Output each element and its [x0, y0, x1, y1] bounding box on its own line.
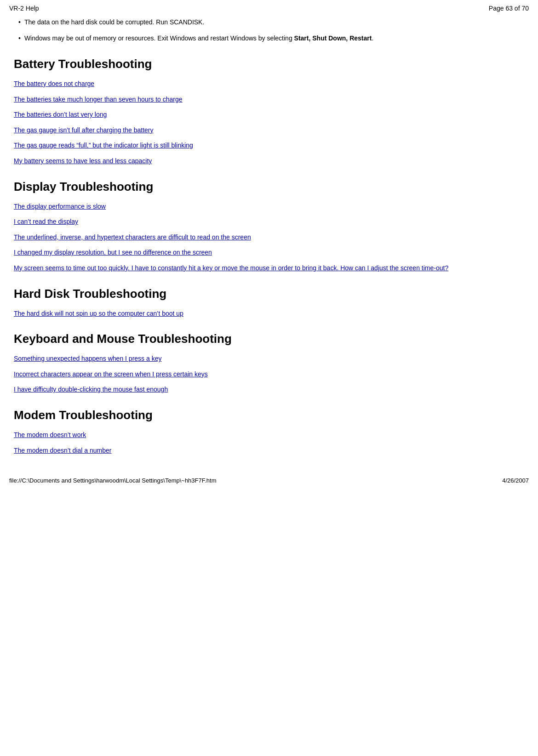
keyboard-link-1[interactable]: Incorrect characters appear on the scree… — [14, 370, 524, 379]
battery-section-title: Battery Troubleshooting — [14, 57, 524, 71]
battery-link-3[interactable]: The gas gauge isn’t full after charging … — [14, 126, 524, 135]
bullet-text-1: The data on the hard disk could be corru… — [24, 17, 204, 27]
app-title: VR-2 Help — [9, 5, 39, 12]
display-link-3[interactable]: I changed my display resolution, but I s… — [14, 248, 524, 257]
bullet-2-bold: Start, Shut Down, Restart — [294, 34, 372, 42]
display-link-1[interactable]: I can’t read the display — [14, 217, 524, 227]
battery-link-0[interactable]: The battery does not charge — [14, 80, 524, 89]
bullet-dot-2: • — [18, 34, 21, 42]
battery-section: Battery Troubleshooting The battery does… — [14, 57, 524, 166]
bullet-2: • Windows may be out of memory or resour… — [14, 34, 524, 43]
bullet-2-after: . — [372, 34, 373, 42]
battery-link-1[interactable]: The batteries take much longer than seve… — [14, 95, 524, 104]
display-section: Display Troubleshooting The display perf… — [14, 180, 524, 273]
modem-link-1[interactable]: The modem doesn’t dial a number — [14, 446, 524, 455]
bullet-text-2: Windows may be out of memory or resource… — [24, 34, 373, 43]
display-link-2[interactable]: The underlined, inverse, and hypertext c… — [14, 233, 524, 242]
intro-bullets: • The data on the hard disk could be cor… — [14, 17, 524, 43]
keyboard-link-0[interactable]: Something unexpected happens when I pres… — [14, 354, 524, 364]
display-section-title: Display Troubleshooting — [14, 180, 524, 194]
keyboard-link-2[interactable]: I have difficulty double-clicking the mo… — [14, 385, 524, 394]
footer-filepath: file://C:\Documents and Settings\harwood… — [9, 477, 217, 484]
bullet-1: • The data on the hard disk could be cor… — [14, 17, 524, 27]
footer: file://C:\Documents and Settings\harwood… — [9, 473, 529, 484]
page-info: Page 63 of 70 — [489, 5, 529, 12]
harddisk-link-0[interactable]: The hard disk will not spin up so the co… — [14, 309, 524, 318]
footer-date: 4/26/2007 — [502, 477, 529, 484]
keyboard-section: Keyboard and Mouse Troubleshooting Somet… — [14, 332, 524, 394]
battery-link-4[interactable]: The gas gauge reads “full,” but the indi… — [14, 141, 524, 150]
harddisk-section: Hard Disk Troubleshooting The hard disk … — [14, 287, 524, 318]
modem-link-0[interactable]: The modem doesn’t work — [14, 431, 524, 440]
modem-section: Modem Troubleshooting The modem doesn’t … — [14, 408, 524, 455]
bullet-dot-1: • — [18, 18, 21, 26]
keyboard-section-title: Keyboard and Mouse Troubleshooting — [14, 332, 524, 346]
battery-link-5[interactable]: My battery seems to have less and less c… — [14, 157, 524, 166]
battery-link-2[interactable]: The batteries don’t last very long — [14, 110, 524, 119]
display-link-4[interactable]: My screen seems to time out too quickly.… — [14, 264, 524, 273]
modem-section-title: Modem Troubleshooting — [14, 408, 524, 422]
bullet-2-before: Windows may be out of memory or resource… — [24, 34, 294, 42]
harddisk-section-title: Hard Disk Troubleshooting — [14, 287, 524, 301]
display-link-0[interactable]: The display performance is slow — [14, 202, 524, 211]
